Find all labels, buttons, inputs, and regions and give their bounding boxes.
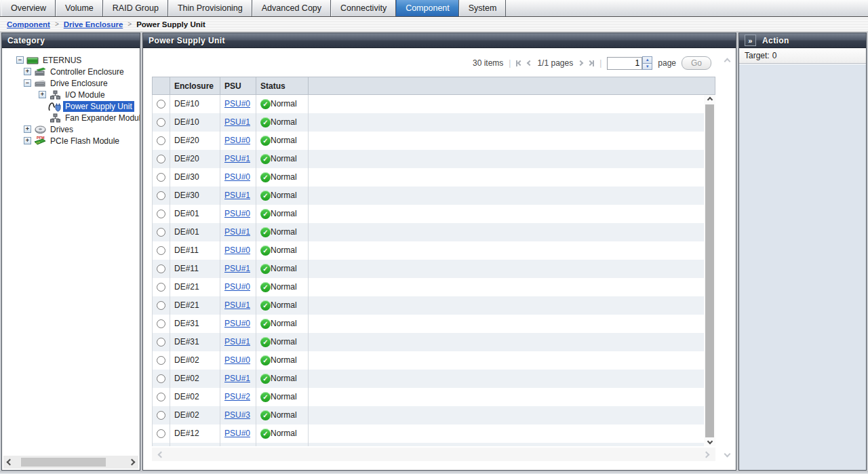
- tab-overview[interactable]: Overview: [1, 0, 56, 16]
- collapse-icon[interactable]: −: [16, 56, 24, 64]
- psu-link[interactable]: PSU#1: [224, 154, 250, 163]
- last-page-button[interactable]: [588, 60, 594, 66]
- column-header-filler: [309, 77, 715, 95]
- expand-icon[interactable]: +: [39, 91, 46, 98]
- category-horizontal-scrollbar[interactable]: [3, 456, 138, 469]
- row-radio-button[interactable]: [157, 173, 165, 182]
- psu-link[interactable]: PSU#1: [224, 227, 250, 237]
- breadcrumb-item-drive-enclosure[interactable]: Drive Enclosure: [64, 20, 123, 28]
- tree-item-pcie-flash-module[interactable]: +PFMPCIe Flash Module: [2, 135, 140, 146]
- panel-scroll-up-icon[interactable]: [724, 58, 731, 65]
- psu-link[interactable]: PSU#1: [224, 337, 250, 347]
- row-radio-button[interactable]: [157, 356, 165, 365]
- expand-icon[interactable]: +: [24, 137, 31, 144]
- row-radio-button[interactable]: [157, 283, 165, 292]
- scrollbar-thumb[interactable]: [705, 104, 714, 437]
- psu-link[interactable]: PSU#1: [224, 191, 250, 200]
- row-radio-button[interactable]: [157, 210, 165, 218]
- psu-link[interactable]: PSU#0: [224, 429, 250, 438]
- tree-item-label[interactable]: ETERNUS: [41, 55, 83, 66]
- row-radio-button[interactable]: [157, 228, 165, 237]
- psu-link[interactable]: PSU#2: [224, 392, 250, 401]
- power-supply-unit-panel: Power Supply Unit 30 items | 1/1 pages |…: [142, 33, 736, 471]
- panel-scroll-down-icon[interactable]: [724, 451, 731, 458]
- tab-raid-group[interactable]: RAID Group: [103, 0, 168, 16]
- tree-item-label[interactable]: Fan Expander Module: [63, 113, 140, 123]
- previous-page-button[interactable]: [528, 61, 532, 65]
- psu-link[interactable]: PSU#0: [224, 209, 250, 218]
- scrollbar-thumb[interactable]: [21, 458, 106, 467]
- row-radio-button[interactable]: [157, 301, 165, 310]
- first-page-button[interactable]: [516, 60, 522, 66]
- row-radio-button[interactable]: [157, 246, 165, 255]
- tree-item-label[interactable]: Drives: [48, 124, 75, 135]
- psu-link[interactable]: PSU#1: [224, 117, 250, 127]
- tree-item-power-supply-unit[interactable]: Power Supply Unit: [2, 100, 140, 112]
- row-radio-button[interactable]: [157, 374, 165, 383]
- page-number-input[interactable]: [607, 57, 642, 70]
- row-radio-button[interactable]: [157, 118, 165, 127]
- row-radio-button[interactable]: [157, 100, 165, 108]
- tree-item-label[interactable]: Power Supply Unit: [63, 101, 134, 112]
- scroll-down-icon[interactable]: [707, 439, 712, 444]
- status-text: Normal: [271, 410, 297, 420]
- scroll-right-icon[interactable]: [129, 459, 136, 466]
- scroll-left-icon[interactable]: [158, 451, 165, 458]
- collapse-panel-button[interactable]: »: [745, 35, 756, 46]
- psu-link[interactable]: PSU#0: [224, 245, 250, 255]
- tree-item-label[interactable]: Controller Enclosure: [48, 66, 126, 77]
- expand-icon[interactable]: +: [24, 68, 31, 75]
- breadcrumb-item-component[interactable]: Component: [7, 20, 50, 28]
- tree-item-label[interactable]: PCIe Flash Module: [48, 136, 121, 146]
- psu-link[interactable]: PSU#1: [224, 300, 250, 310]
- spinner-down-icon[interactable]: ▼: [643, 64, 652, 70]
- tree-item-label[interactable]: I/O Module: [63, 90, 107, 100]
- table-horizontal-scrollbar[interactable]: [152, 448, 715, 461]
- tab-component[interactable]: Component: [396, 0, 459, 16]
- row-radio-button[interactable]: [157, 393, 165, 401]
- tree-item-controller-enclosure[interactable]: +Controller Enclosure: [2, 66, 140, 77]
- table-row: DE#01PSU#0✓Normal: [153, 205, 715, 223]
- tab-system[interactable]: System: [459, 0, 507, 16]
- table-vertical-scrollbar[interactable]: [704, 95, 715, 446]
- collapse-icon[interactable]: −: [24, 79, 31, 87]
- row-radio-button[interactable]: [157, 429, 165, 438]
- tab-volume[interactable]: Volume: [56, 0, 103, 16]
- scroll-right-icon[interactable]: [703, 451, 710, 458]
- expand-icon[interactable]: +: [24, 125, 31, 133]
- psu-link[interactable]: PSU#1: [224, 374, 250, 383]
- psu-link[interactable]: PSU#0: [224, 355, 250, 365]
- row-radio-button[interactable]: [157, 411, 165, 420]
- scroll-up-icon[interactable]: [707, 97, 712, 102]
- tree-item-drives[interactable]: +Drives: [2, 123, 140, 135]
- psu-link[interactable]: PSU#0: [224, 172, 250, 182]
- row-radio-button[interactable]: [157, 338, 165, 347]
- tree-item-eternus[interactable]: −ETERNUS: [2, 54, 140, 66]
- tab-thin-provisioning[interactable]: Thin Provisioning: [168, 0, 252, 16]
- psu-link[interactable]: PSU#0: [224, 99, 250, 108]
- next-page-button[interactable]: [578, 61, 583, 65]
- row-radio-button[interactable]: [157, 191, 165, 200]
- go-button[interactable]: Go: [682, 56, 711, 70]
- row-radio-button[interactable]: [157, 319, 165, 328]
- tree-item-fan-expander-module[interactable]: Fan Expander Module: [2, 112, 140, 123]
- scroll-left-icon[interactable]: [7, 459, 14, 466]
- tab-advanced-copy[interactable]: Advanced Copy: [252, 0, 331, 16]
- tree-item-label[interactable]: Drive Enclosure: [48, 78, 110, 89]
- enclosure-cell: DE#30: [170, 168, 220, 186]
- row-radio-button[interactable]: [157, 155, 165, 163]
- psu-link[interactable]: PSU#0: [224, 282, 250, 292]
- tree-item-drive-enclosure[interactable]: −Drive Enclosure: [2, 77, 140, 89]
- status-text: Normal: [271, 355, 297, 365]
- row-radio-button[interactable]: [157, 136, 165, 145]
- psu-link[interactable]: PSU#1: [224, 264, 250, 273]
- psu-link[interactable]: PSU#3: [224, 410, 250, 420]
- target-value: 0: [772, 51, 777, 60]
- green-check-icon: ✓: [260, 136, 271, 146]
- tree-item-i-o-module[interactable]: +I/O Module: [2, 89, 140, 100]
- spinner-up-icon[interactable]: ▲: [643, 57, 652, 64]
- tab-connectivity[interactable]: Connectivity: [331, 0, 396, 16]
- row-radio-button[interactable]: [157, 264, 165, 273]
- psu-link[interactable]: PSU#0: [224, 136, 250, 145]
- psu-link[interactable]: PSU#0: [224, 319, 250, 328]
